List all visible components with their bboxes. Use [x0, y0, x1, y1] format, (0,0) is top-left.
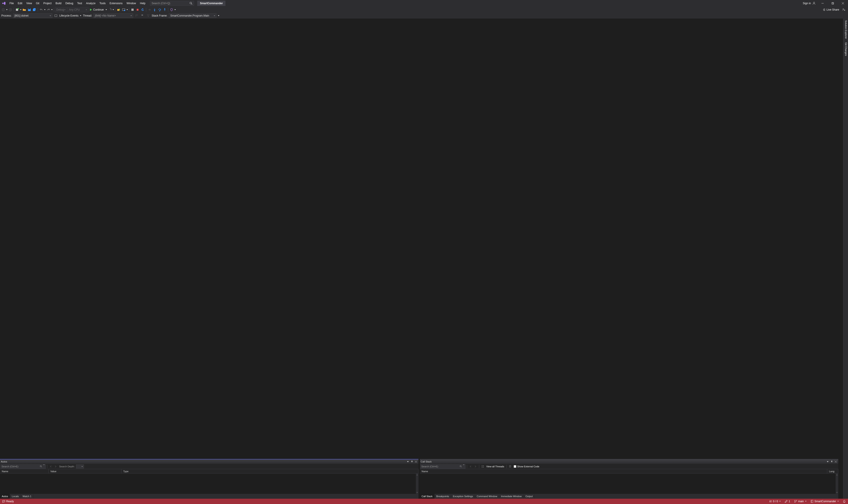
global-search-input[interactable]: Search (Ctrl+Q)	[150, 1, 194, 6]
scroll-up-icon[interactable]	[416, 473, 419, 476]
show-external-checkbox[interactable]	[514, 465, 516, 468]
status-ready[interactable]: Ready	[1, 499, 15, 504]
callstack-search-dropdown[interactable]	[462, 465, 464, 468]
nav-back-button[interactable]	[1, 7, 6, 12]
maximize-button[interactable]	[828, 0, 838, 7]
notifications-button[interactable]	[842, 499, 847, 504]
callstack-col-name[interactable]: Name	[420, 469, 827, 473]
new-project-dropdown[interactable]	[20, 7, 22, 12]
pin-button[interactable]	[410, 460, 413, 463]
menu-window[interactable]: Window	[125, 0, 138, 7]
callstack-scrollbar[interactable]	[836, 473, 838, 494]
close-button[interactable]	[838, 0, 848, 7]
live-share-button[interactable]: Live Share	[821, 7, 841, 12]
minimize-button[interactable]	[817, 0, 828, 7]
redo-button[interactable]	[46, 7, 51, 12]
menu-debug[interactable]: Debug	[64, 0, 75, 7]
browser-link-dropdown[interactable]	[126, 7, 128, 12]
show-next-statement-button[interactable]	[147, 7, 152, 12]
attach-button[interactable]	[116, 7, 121, 12]
tab-locals[interactable]: Locals	[10, 494, 21, 499]
menu-help[interactable]: Help	[138, 0, 147, 7]
autos-search-input[interactable]: Search (Ctrl+E)	[0, 464, 46, 469]
menu-test[interactable]: Test	[75, 0, 84, 7]
nav-back-dropdown[interactable]	[6, 7, 8, 12]
stop-button[interactable]	[135, 7, 140, 12]
callstack-next-button[interactable]	[473, 464, 478, 469]
hot-reload-button[interactable]	[107, 7, 112, 12]
stackframe-combo[interactable]: SmartCommander.Program.Main	[169, 14, 216, 18]
tab-callstack[interactable]: Call Stack	[420, 494, 435, 499]
solution-name-badge[interactable]: SmartCommander	[197, 1, 226, 6]
menu-git[interactable]: Git	[34, 0, 41, 7]
threads-icon[interactable]	[480, 464, 485, 469]
status-errors[interactable]: 0 / 0	[768, 499, 781, 504]
platform-combo[interactable]: Any CPU	[67, 7, 89, 12]
open-file-button[interactable]	[22, 7, 27, 12]
intellicode-button[interactable]	[169, 7, 174, 12]
menu-extensions[interactable]: Extensions	[108, 0, 125, 7]
browser-link-button[interactable]	[121, 7, 126, 12]
config-combo[interactable]: Debug	[55, 7, 67, 12]
scroll-up-icon[interactable]	[836, 473, 838, 476]
show-external-code-toggle[interactable]: Show External Code	[513, 465, 540, 468]
tab-exception-settings[interactable]: Exception Settings	[451, 494, 475, 499]
tab-immediate-window[interactable]: Immediate Window	[499, 494, 524, 499]
status-changes[interactable]: 1	[784, 499, 791, 504]
menu-file[interactable]: File	[7, 0, 16, 7]
autos-search-dropdown[interactable]	[42, 465, 45, 468]
close-panel-button[interactable]	[414, 460, 418, 463]
step-into-button[interactable]	[152, 7, 157, 12]
step-out-button[interactable]	[162, 7, 167, 12]
redo-dropdown[interactable]	[51, 7, 53, 12]
toolbar-overflow[interactable]	[174, 7, 176, 12]
tab-breakpoints[interactable]: Breakpoints	[435, 494, 451, 499]
scroll-down-icon[interactable]	[416, 491, 419, 494]
autos-col-value[interactable]: Value	[49, 469, 122, 473]
save-button[interactable]	[27, 7, 32, 12]
menu-project[interactable]: Project	[41, 0, 53, 7]
tab-watch1[interactable]: Watch 1	[21, 494, 33, 499]
thread-filter-button[interactable]	[146, 14, 151, 18]
tab-output[interactable]: Output	[524, 494, 535, 499]
pause-button[interactable]	[130, 7, 135, 12]
copy-icon[interactable]	[508, 464, 512, 469]
menu-analyze[interactable]: Analyze	[84, 0, 98, 7]
continue-dropdown[interactable]	[105, 7, 107, 12]
step-over-button[interactable]	[157, 7, 162, 12]
thread-combo[interactable]: [644] <No Name>	[93, 14, 133, 18]
restart-button[interactable]	[140, 7, 145, 12]
callstack-body[interactable]	[420, 473, 838, 494]
menu-view[interactable]: View	[24, 0, 34, 7]
window-position-button[interactable]	[826, 460, 829, 463]
menu-build[interactable]: Build	[54, 0, 64, 7]
close-panel-button[interactable]	[834, 460, 837, 463]
tab-autos[interactable]: Autos	[0, 494, 10, 499]
autos-search-prev-button[interactable]	[49, 464, 53, 469]
signin-button[interactable]: Sign in	[801, 0, 817, 7]
sidetab-solution-explorer[interactable]: Solution Explorer	[843, 19, 848, 41]
view-all-threads-toggle[interactable]: View all Threads	[485, 465, 505, 468]
lifecycle-events-icon[interactable]	[54, 14, 58, 18]
menu-edit[interactable]: Edit	[16, 0, 24, 7]
lifecycle-events-label[interactable]: Lifecycle Events	[59, 14, 78, 17]
callstack-titlebar[interactable]: Call Stack	[420, 460, 838, 464]
new-project-button[interactable]	[15, 7, 20, 12]
feedback-button[interactable]	[841, 7, 846, 12]
process-combo[interactable]: [801] dotnet	[13, 14, 52, 18]
pin-button[interactable]	[830, 460, 833, 463]
save-all-button[interactable]	[32, 7, 37, 12]
undo-button[interactable]	[39, 7, 44, 12]
callstack-search-input[interactable]: Search (Ctrl+E)	[420, 464, 465, 469]
status-branch[interactable]: main	[793, 499, 807, 504]
autos-search-next-button[interactable]	[53, 464, 58, 469]
callstack-col-lang[interactable]: Lang	[827, 469, 838, 473]
undo-dropdown[interactable]	[44, 7, 46, 12]
debugbar-overflow[interactable]	[218, 13, 219, 18]
thread-flagged-button[interactable]	[140, 14, 145, 18]
nav-fwd-button[interactable]	[8, 7, 13, 12]
autos-body[interactable]	[0, 473, 419, 494]
continue-button[interactable]: Continue	[89, 7, 105, 12]
thread-flag-button[interactable]	[135, 14, 139, 18]
search-depth-combo[interactable]	[76, 465, 84, 468]
